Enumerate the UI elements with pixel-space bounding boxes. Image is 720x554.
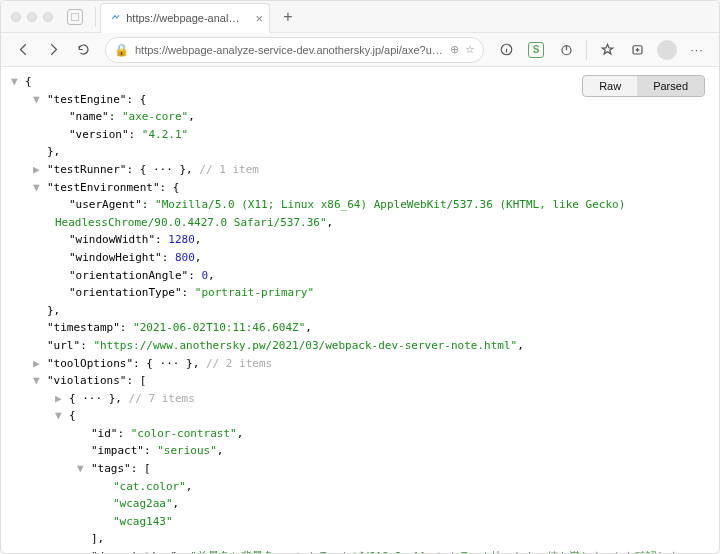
more-menu-icon[interactable]: ··· [683, 36, 711, 64]
zoom-window-icon[interactable] [43, 12, 53, 22]
json-line[interactable]: "orientationAngle": 0, [11, 267, 709, 285]
json-line[interactable]: "name": "axe-core", [11, 108, 709, 126]
favorite-icon[interactable]: ☆ [465, 43, 475, 56]
forward-button[interactable] [39, 36, 67, 64]
json-line[interactable]: "wcag2aa", [11, 495, 709, 513]
json-line[interactable]: "windowWidth": 1280, [11, 231, 709, 249]
divider [586, 40, 587, 60]
power-icon[interactable] [552, 36, 580, 64]
json-line[interactable]: "id": "color-contrast", [11, 425, 709, 443]
divider [95, 7, 96, 27]
disclosure-triangle-icon[interactable]: ▼ [55, 407, 65, 425]
reader-mode-icon[interactable]: ⊕ [450, 43, 459, 56]
traffic-lights [11, 12, 53, 22]
disclosure-triangle-icon[interactable]: ▼ [33, 179, 43, 197]
minimize-window-icon[interactable] [27, 12, 37, 22]
parsed-button[interactable]: Parsed [637, 76, 704, 96]
info-icon[interactable] [492, 36, 520, 64]
disclosure-triangle-icon[interactable]: ▼ [77, 460, 87, 478]
new-tab-button[interactable]: + [276, 5, 300, 29]
json-line[interactable]: "orientationType": "portrait-primary" [11, 284, 709, 302]
disclosure-triangle-icon[interactable]: ▼ [33, 91, 43, 109]
disclosure-triangle-icon[interactable]: ▶ [55, 390, 65, 408]
json-line[interactable]: ], [11, 530, 709, 548]
browser-toolbar: 🔒 https://webpage-analyze-service-dev.an… [1, 33, 719, 67]
browser-tab[interactable]: https://webpage-analyze-ser… × [100, 3, 270, 33]
json-line[interactable]: "windowHeight": 800, [11, 249, 709, 267]
disclosure-triangle-icon[interactable]: ▼ [33, 372, 43, 390]
tab-close-icon[interactable]: × [255, 12, 263, 25]
disclosure-triangle-icon[interactable]: ▶ [33, 355, 43, 373]
json-viewer: Raw Parsed ▼{ ▼"testEngine": { "name": "… [1, 67, 719, 554]
disclosure-triangle-icon[interactable]: ▶ [33, 161, 43, 179]
address-bar[interactable]: 🔒 https://webpage-analyze-service-dev.an… [105, 37, 484, 63]
favorites-icon[interactable] [593, 36, 621, 64]
json-line[interactable]: "wcag143" [11, 513, 709, 531]
json-line[interactable]: ▼"violations": [ [11, 372, 709, 390]
json-line[interactable]: ▶"testRunner": { ··· }, // 1 item [11, 161, 709, 179]
json-line[interactable]: ▼"tags": [ [11, 460, 709, 478]
raw-button[interactable]: Raw [583, 76, 637, 96]
address-url: https://webpage-analyze-service-dev.anot… [135, 44, 444, 56]
json-line[interactable]: "version": "4.2.1" [11, 126, 709, 144]
json-line[interactable]: "impact": "serious", [11, 442, 709, 460]
profile-avatar[interactable] [653, 36, 681, 64]
disclosure-triangle-icon[interactable]: ▼ [11, 73, 21, 91]
json-line[interactable]: ▶{ ··· }, // 7 items [11, 390, 709, 408]
tab-favicon-icon [111, 12, 120, 24]
json-line[interactable]: ▶"toolOptions": { ··· }, // 2 items [11, 355, 709, 373]
json-line[interactable]: "cat.color", [11, 478, 709, 496]
lock-icon: 🔒 [114, 43, 129, 57]
json-line[interactable]: "timestamp": "2021-06-02T10:11:46.604Z", [11, 319, 709, 337]
sidebar-toggle-icon[interactable] [67, 9, 83, 25]
json-line[interactable]: "description": "前景色と背景色のコントラストがWCAG 2のAA… [11, 548, 709, 554]
json-line[interactable]: ▼"testEnvironment": { [11, 179, 709, 197]
json-line[interactable]: ▼{ [11, 407, 709, 425]
json-line[interactable]: }, [11, 302, 709, 320]
collections-icon[interactable] [623, 36, 651, 64]
view-mode-toggle: Raw Parsed [582, 75, 705, 97]
json-line[interactable]: "url": "https://www.anothersky.pw/2021/0… [11, 337, 709, 355]
window-titlebar: https://webpage-analyze-ser… × + [1, 1, 719, 33]
shield-badge-icon[interactable]: S [522, 36, 550, 64]
back-button[interactable] [9, 36, 37, 64]
tab-title: https://webpage-analyze-ser… [126, 12, 241, 24]
reload-button[interactable] [69, 36, 97, 64]
json-line[interactable]: }, [11, 143, 709, 161]
json-line[interactable]: "userAgent": "Mozilla/5.0 (X11; Linux x8… [11, 196, 709, 231]
close-window-icon[interactable] [11, 12, 21, 22]
